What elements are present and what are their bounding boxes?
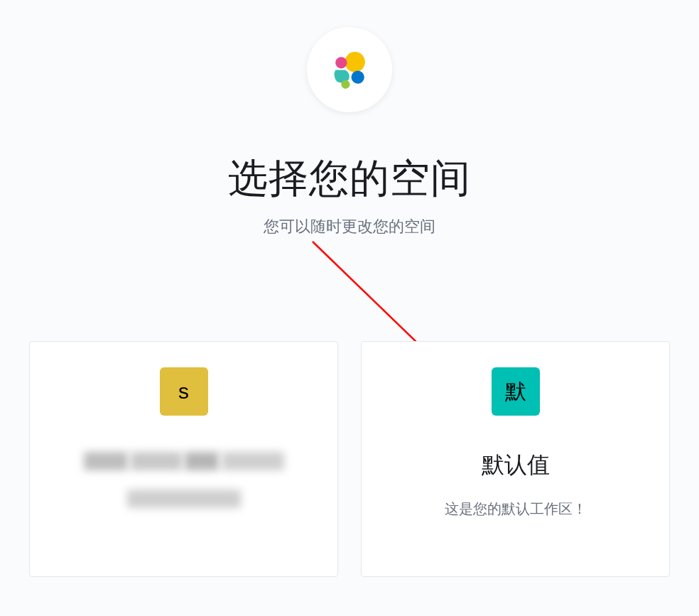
space-title: 默认值 [482,450,550,481]
space-icon-letter: s [178,379,189,404]
space-icon-letter: 默 [505,377,526,406]
svg-point-0 [345,52,364,72]
svg-point-3 [341,80,350,88]
logo-circle [307,27,392,112]
space-card-default[interactable]: 默 默认值 这是您的默认工作区！ [361,341,670,577]
space-desc-redacted [127,490,241,508]
space-cards-container: s 默 默认值 这是您的默认工作区！ [0,341,699,577]
svg-point-2 [351,70,364,83]
space-icon: 默 [492,367,540,416]
page-title: 选择您的空间 [0,152,699,206]
space-title-redacted [63,450,305,472]
space-description: 这是您的默认工作区！ [445,498,587,519]
space-icon: s [160,367,208,416]
space-card-custom[interactable]: s [29,341,338,577]
elastic-logo-icon [327,47,373,93]
svg-point-1 [335,57,347,68]
page-subtitle: 您可以随时更改您的空间 [0,216,699,237]
